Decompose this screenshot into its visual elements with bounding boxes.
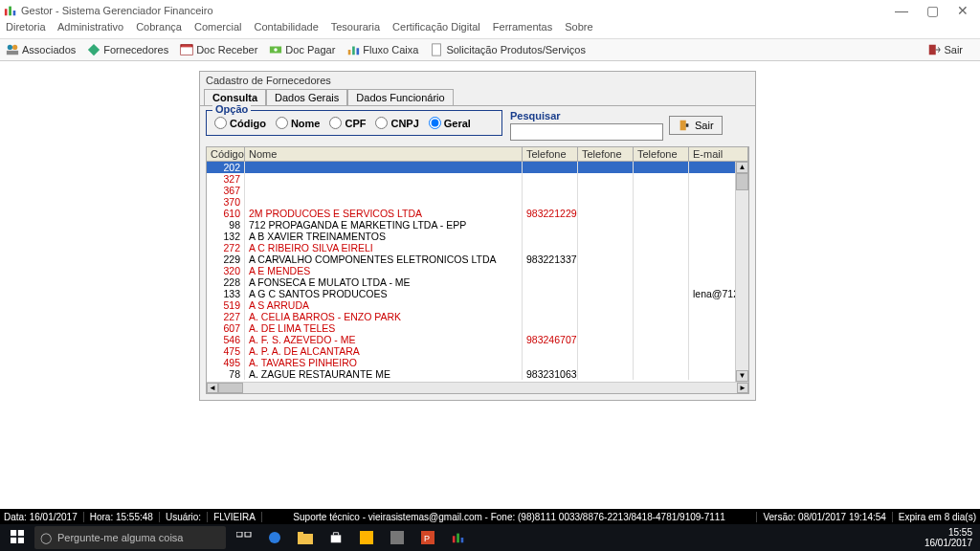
window-close-button[interactable]: ✕ — [957, 3, 969, 18]
cortana-search[interactable]: ◯Pergunte-me alguma coisa — [34, 526, 226, 549]
menu-diretoria[interactable]: Diretoria — [6, 21, 46, 33]
tab-dados-funcionario[interactable]: Dados Funcionário — [347, 89, 453, 105]
table-cell: 320 — [207, 265, 245, 276]
taskview-icon[interactable] — [232, 526, 256, 549]
table-row[interactable]: 6102M PRODUCOES E SERVICOS LTDA983221229… — [207, 208, 748, 219]
calendar-icon — [180, 43, 193, 56]
toolbar-doc-receber[interactable]: Doc Receber — [180, 43, 257, 56]
table-cell: 9832310637 — [523, 368, 578, 380]
grid-body[interactable]: 2023273673706102M PRODUCOES E SERVICOS L… — [207, 162, 748, 382]
table-cell: 133 — [207, 288, 245, 299]
toolbar-associados[interactable]: Associados — [6, 43, 76, 56]
header-telefone-2[interactable]: Telefone — [578, 147, 634, 161]
tray-clock[interactable]: 15:55 16/01/2017 — [917, 527, 980, 548]
table-row[interactable]: 546A. F. S. AZEVEDO - ME9832467073 — [207, 334, 748, 345]
table-row[interactable]: 202 — [207, 162, 748, 173]
vertical-scrollbar[interactable]: ▲ ▼ — [735, 162, 748, 382]
table-cell — [245, 173, 523, 185]
radio-geral[interactable]: Geral — [429, 117, 471, 129]
grid-header: Código Nome Telefone Telefone Telefone E… — [207, 147, 748, 162]
table-row[interactable]: 367 — [207, 185, 748, 196]
table-row[interactable]: 132A B XAVIER TREINAMENTOS — [207, 231, 748, 242]
status-usuario-label: Usuário: — [166, 512, 208, 522]
workspace: Cadastro de Fornecedores Consulta Dados … — [0, 61, 980, 509]
scroll-thumb-v[interactable] — [736, 173, 748, 190]
table-cell: 2M PRODUCOES E SERVICOS LTDA — [245, 208, 523, 219]
menu-cobranca[interactable]: Cobrança — [136, 21, 182, 33]
pesquisar-label: Pesquisar — [510, 110, 663, 121]
table-row[interactable]: 98712 PROPAGANDA E MARKETING LTDA - EPP — [207, 219, 748, 231]
table-row[interactable]: 78A. ZAGUE RESTAURANTE ME9832310637 — [207, 368, 748, 380]
table-cell: 9832213377 — [523, 253, 578, 265]
scroll-up-arrow[interactable]: ▲ — [736, 162, 748, 173]
search-input[interactable] — [510, 123, 663, 141]
table-row[interactable]: 133A G C SANTOS PRODUCOESlena@712propa — [207, 288, 748, 299]
menu-tesouraria[interactable]: Tesouraria — [331, 21, 380, 33]
toolbar-fornecedores[interactable]: Fornecedores — [87, 43, 168, 56]
toolbar-solicitacao[interactable]: Solicitação Produtos/Serviços — [430, 43, 586, 56]
tab-dados-gerais[interactable]: Dados Gerais — [266, 89, 347, 105]
menu-ferramentas[interactable]: Ferramentas — [493, 21, 552, 33]
radio-cpf[interactable]: CPF — [329, 117, 366, 129]
table-row[interactable]: 228A FONSECA E MULATO LTDA - ME — [207, 276, 748, 288]
header-telefone-3[interactable]: Telefone — [634, 147, 689, 161]
store-icon[interactable] — [323, 526, 348, 549]
table-row[interactable]: 370 — [207, 196, 748, 208]
table-cell — [523, 231, 578, 242]
svg-marker-6 — [88, 44, 100, 55]
panel-sair-button[interactable]: Sair — [669, 116, 723, 135]
window-minimize-button[interactable]: — — [895, 3, 908, 18]
toolbar-doc-pagar[interactable]: Doc Pagar — [269, 43, 335, 56]
scroll-right-arrow[interactable]: ► — [737, 383, 748, 393]
table-row[interactable]: 320A E MENDES — [207, 265, 748, 276]
table-row[interactable]: 475A. P. A. DE ALCANTARA — [207, 345, 748, 357]
header-nome[interactable]: Nome — [245, 147, 523, 161]
app-2-icon[interactable] — [385, 526, 410, 549]
explorer-icon[interactable] — [293, 526, 318, 549]
scroll-left-arrow[interactable]: ◄ — [207, 383, 218, 393]
menu-comercial[interactable]: Comercial — [194, 21, 242, 33]
table-row[interactable]: 229A CARVALHO COMPONENTES ELETRONICOS LT… — [207, 253, 748, 265]
status-versao: Versão: 08/01/2017 19:14:54 — [763, 512, 892, 522]
table-cell — [578, 196, 634, 208]
radio-cnpj[interactable]: CNPJ — [375, 117, 418, 129]
panel-cadastro-fornecedores: Cadastro de Fornecedores Consulta Dados … — [199, 71, 756, 401]
table-row[interactable]: 272A C RIBEIRO SILVA EIRELI — [207, 242, 748, 253]
menu-contabilidade[interactable]: Contabilidade — [255, 21, 319, 33]
window-maximize-button[interactable]: ▢ — [926, 3, 939, 18]
table-row[interactable]: 519A S ARRUDA — [207, 299, 748, 311]
svg-rect-33 — [457, 534, 459, 543]
radio-nome[interactable]: Nome — [276, 117, 321, 129]
table-cell — [634, 253, 689, 265]
scroll-thumb-h[interactable] — [218, 383, 243, 393]
radio-codigo[interactable]: Código — [214, 117, 266, 129]
toolbar-fluxo-caixa[interactable]: Fluxo Caixa — [346, 43, 418, 56]
table-row[interactable]: 607A. DE LIMA TELES — [207, 322, 748, 334]
horizontal-scrollbar[interactable]: ◄ ► — [207, 382, 748, 393]
menu-sobre[interactable]: Sobre — [565, 21, 592, 33]
table-cell: 78 — [207, 368, 245, 380]
powerpoint-icon[interactable]: P — [415, 526, 440, 549]
header-telefone-1[interactable]: Telefone — [523, 147, 578, 161]
table-cell: 9832212290 — [523, 208, 578, 219]
header-email[interactable]: E-mail — [689, 147, 748, 161]
toolbar-sair[interactable]: Sair — [927, 43, 963, 56]
menu-certificacao-digital[interactable]: Certificação Digital — [392, 21, 480, 33]
gestor-app-icon[interactable] — [446, 526, 471, 549]
table-row[interactable]: 495A. TAVARES PINHEIRO — [207, 357, 748, 368]
table-cell — [578, 334, 634, 345]
table-row[interactable]: 227A. CELIA BARROS - ENZO PARK — [207, 311, 748, 322]
svg-rect-14 — [433, 44, 441, 55]
start-button[interactable] — [0, 530, 34, 546]
table-cell — [634, 368, 689, 380]
table-row[interactable]: 327 — [207, 173, 748, 185]
header-codigo[interactable]: Código — [207, 147, 245, 161]
table-cell — [634, 345, 689, 357]
menu-administrativo[interactable]: Administrativo — [57, 21, 123, 33]
svg-rect-20 — [11, 537, 16, 542]
app-1-icon[interactable] — [354, 526, 379, 549]
tab-body-consulta: Opção Código Nome CPF CNPJ Geral Pesquis… — [200, 105, 755, 400]
edge-icon[interactable] — [262, 526, 287, 549]
scroll-down-arrow[interactable]: ▼ — [736, 370, 748, 382]
groupbox-opcao: Opção Código Nome CPF CNPJ Geral — [206, 110, 502, 136]
